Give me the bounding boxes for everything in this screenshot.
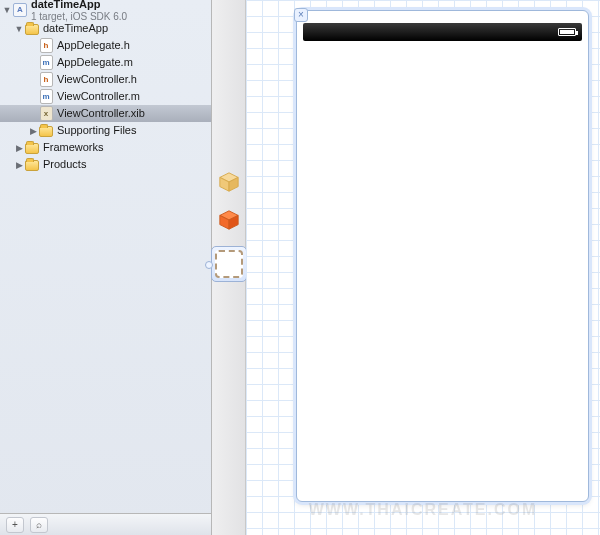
impl-file-icon: m [38, 89, 54, 105]
file-row[interactable]: m ViewController.m [0, 88, 211, 105]
group-row-products[interactable]: ▶ Products [0, 156, 211, 173]
file-row[interactable]: m AppDelegate.m [0, 54, 211, 71]
file-row[interactable]: h AppDelegate.h [0, 37, 211, 54]
group-row-supporting[interactable]: ▶ Supporting Files [0, 122, 211, 139]
placeholder-cube-icon[interactable] [217, 170, 241, 194]
impl-file-icon: m [38, 55, 54, 71]
project-root-row[interactable]: ▼ dateTimeApp 1 target, iOS SDK 6.0 [0, 0, 211, 20]
group-label: Frameworks [43, 142, 104, 153]
close-scene-button[interactable]: × [294, 8, 308, 22]
xcode-project-icon [12, 2, 28, 18]
files-owner-cube-icon[interactable] [217, 208, 241, 232]
file-name-label: ViewController.m [57, 91, 140, 102]
file-name-label: ViewController.h [57, 74, 137, 85]
disclosure-triangle-icon[interactable]: ▶ [28, 126, 38, 136]
folder-icon [24, 140, 40, 156]
xib-file-icon: x [38, 106, 54, 122]
folder-icon [24, 157, 40, 173]
file-name-label: ViewController.xib [57, 108, 145, 119]
filter-button[interactable]: ⌕ [30, 517, 48, 533]
file-row-selected[interactable]: x ViewController.xib [0, 105, 211, 122]
device-view-frame[interactable]: × [296, 10, 589, 502]
disclosure-triangle-icon[interactable]: ▶ [14, 143, 24, 153]
battery-icon [558, 28, 576, 36]
disclosure-triangle-icon[interactable]: ▼ [2, 5, 12, 15]
group-label: Supporting Files [57, 125, 137, 136]
add-button[interactable]: + [6, 517, 24, 533]
status-bar [303, 23, 582, 41]
group-label: Products [43, 159, 86, 170]
disclosure-triangle-icon[interactable]: ▼ [14, 24, 24, 34]
navigator-footer: + ⌕ [0, 513, 211, 535]
group-label: dateTimeApp [43, 23, 108, 34]
document-outline-dock [212, 0, 246, 535]
ib-canvas[interactable]: × WWW.THAICREATE.COM [246, 0, 600, 535]
project-name-label: dateTimeApp [31, 0, 100, 10]
header-file-icon: h [38, 72, 54, 88]
disclosure-triangle-icon[interactable]: ▶ [14, 160, 24, 170]
file-row[interactable]: h ViewController.h [0, 71, 211, 88]
group-row-root[interactable]: ▼ dateTimeApp [0, 20, 211, 37]
folder-icon [38, 123, 54, 139]
view-object-icon[interactable] [211, 246, 247, 282]
header-file-icon: h [38, 38, 54, 54]
folder-icon [24, 21, 40, 37]
project-subtitle-label: 1 target, iOS SDK 6.0 [31, 11, 127, 22]
file-name-label: AppDelegate.m [57, 57, 133, 68]
project-navigator: ▼ dateTimeApp 1 target, iOS SDK 6.0 ▼ da… [0, 0, 212, 535]
group-row-frameworks[interactable]: ▶ Frameworks [0, 139, 211, 156]
file-name-label: AppDelegate.h [57, 40, 130, 51]
dashed-view-icon [215, 250, 243, 278]
